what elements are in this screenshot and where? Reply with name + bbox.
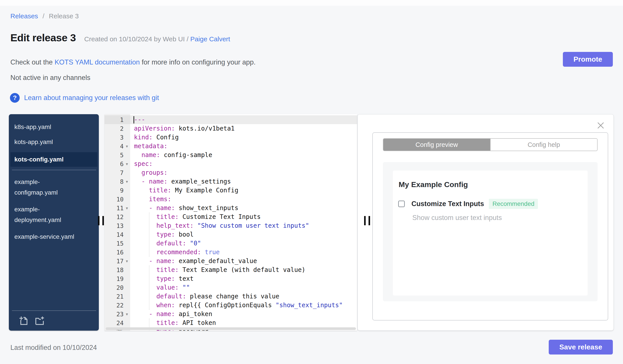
code-line-15[interactable]: 15 default: "0" <box>105 239 357 248</box>
code-line-9[interactable]: 9 title: My Example Config <box>105 186 357 195</box>
line-number: 7 <box>105 169 124 176</box>
close-icon[interactable] <box>597 121 605 129</box>
gutter-cell-17: 17▾ <box>105 257 130 265</box>
fold-toggle-icon[interactable]: ▾ <box>124 162 130 166</box>
code-text: default: please change this value <box>130 292 357 301</box>
gutter-cell-15: 15 <box>105 239 130 248</box>
line-number: 14 <box>105 231 124 238</box>
preview-resize-handle[interactable] <box>364 216 370 225</box>
code-line-14[interactable]: 14 type: bool <box>105 230 357 239</box>
code-text: title: My Example Config <box>130 186 357 195</box>
fold-toggle-icon[interactable]: ▾ <box>124 179 130 184</box>
kots-yaml-doc-link[interactable]: KOTS YAML documentation <box>55 58 140 66</box>
save-release-button[interactable]: Save release <box>549 340 613 355</box>
config-option-row: Customize Text Inputs Recommended <box>398 199 538 209</box>
gutter-cell-16: 16 <box>105 248 130 257</box>
gutter-cell-19: 19 <box>105 274 130 283</box>
code-line-22[interactable]: 22 when: repl{{ ConfigOptionEquals "show… <box>105 301 357 310</box>
code-text: --- <box>130 115 357 124</box>
code-line-3[interactable]: 3kind: Config <box>105 133 357 142</box>
code-line-20[interactable]: 20 value: "" <box>105 283 357 292</box>
byline-author-link[interactable]: Paige Calvert <box>190 35 230 43</box>
sidebar-resize-handle[interactable] <box>98 216 104 225</box>
gutter-cell-10: 10 <box>105 195 130 204</box>
line-number: 20 <box>105 284 124 291</box>
doc-info-line: Check out the KOTS YAML documentation fo… <box>10 58 256 66</box>
git-releases-link[interactable]: Learn about managing your releases with … <box>24 94 159 102</box>
code-text: items: <box>130 195 357 204</box>
code-line-2[interactable]: 2apiVersion: kots.io/v1beta1 <box>105 124 357 133</box>
code-text: help_text: "Show custom user text inputs… <box>130 221 357 230</box>
code-line-8[interactable]: 8▾ - name: example_settings <box>105 177 357 186</box>
code-line-12[interactable]: 12 title: Customize Text Inputs <box>105 212 357 221</box>
page: Releases / Release 3 Edit release 3 Crea… <box>0 0 623 364</box>
line-number: 9 <box>105 187 124 194</box>
gutter-cell-5: 5 <box>105 151 130 160</box>
code-lines: 1---2apiVersion: kots.io/v1beta13kind: C… <box>105 115 357 331</box>
main-editor-row: k8s-app.yamlkots-app.yamlkots-config.yam… <box>0 114 623 331</box>
preview-tabs: Config preview Config help <box>383 138 598 151</box>
fold-toggle-icon[interactable]: ▾ <box>124 259 130 264</box>
line-number: 2 <box>105 125 124 132</box>
sidebar-file-example-deployment-yaml[interactable]: example-deployment.yaml <box>9 204 99 225</box>
code-line-23[interactable]: 23▾ - name: api_token <box>105 310 357 319</box>
sidebar-file-kots-app-yaml[interactable]: kots-app.yaml <box>9 137 99 147</box>
file-label: kots-app.yaml <box>14 137 87 147</box>
code-line-7[interactable]: 7 groups: <box>105 168 357 177</box>
tab-config-help[interactable]: Config help <box>490 139 597 151</box>
code-line-18[interactable]: 18 title: Text Example (with default val… <box>105 265 357 274</box>
sidebar-footer <box>9 311 99 331</box>
new-file-icon[interactable] <box>18 316 28 326</box>
sidebar-file-example-configmap-yaml[interactable]: example-configmap.yaml <box>9 177 99 198</box>
promote-button[interactable]: Promote <box>563 52 613 67</box>
gutter-cell-2: 2 <box>105 124 130 133</box>
gutter-cell-23: 23▾ <box>105 310 130 319</box>
sidebar-file-kots-config-yaml[interactable]: kots-config.yaml <box>10 152 97 167</box>
line-number: 1 <box>105 116 124 123</box>
code-line-5[interactable]: 5 name: config-sample <box>105 151 357 160</box>
code-line-10[interactable]: 10 items: <box>105 195 357 204</box>
fold-toggle-icon[interactable]: ▾ <box>124 206 130 211</box>
line-number: 13 <box>105 222 124 229</box>
code-line-11[interactable]: 11▾ - name: show_text_inputs <box>105 204 357 212</box>
code-text: - name: example_default_value <box>130 257 357 265</box>
config-group-card: My Example Config Customize Text Inputs … <box>393 170 588 296</box>
code-editor[interactable]: 1---2apiVersion: kots.io/v1beta13kind: C… <box>105 114 357 331</box>
code-line-6[interactable]: 6▾spec: <box>105 160 357 168</box>
code-line-13[interactable]: 13 help_text: "Show custom user text inp… <box>105 221 357 230</box>
file-sidebar: k8s-app.yamlkots-app.yamlkots-config.yam… <box>9 114 99 331</box>
fold-toggle-icon[interactable]: ▾ <box>124 312 130 317</box>
checkbox-customize-text-inputs[interactable] <box>398 201 405 207</box>
code-line-1[interactable]: 1--- <box>105 115 357 124</box>
sidebar-file-k8s-app-yaml[interactable]: k8s-app.yaml <box>9 122 99 132</box>
code-line-17[interactable]: 17▾ - name: example_default_value <box>105 257 357 265</box>
tab-config-preview[interactable]: Config preview <box>383 139 490 151</box>
file-label: configmap.yaml <box>14 187 87 198</box>
code-line-4[interactable]: 4▾metadata: <box>105 142 357 151</box>
new-folder-icon[interactable] <box>34 316 44 326</box>
gutter-cell-3: 3 <box>105 133 130 142</box>
code-line-19[interactable]: 19 type: text <box>105 274 357 283</box>
doc-info-prefix: Check out the <box>10 58 55 66</box>
editor-horizontal-scrollbar[interactable] <box>106 327 356 330</box>
line-number: 3 <box>105 134 124 141</box>
code-text: type: bool <box>130 230 357 239</box>
sidebar-file-example-service-yaml[interactable]: example-service.yaml <box>9 231 99 242</box>
help-question-icon[interactable]: ? <box>10 93 20 103</box>
code-line-16[interactable]: 16 recommended: true <box>105 248 357 257</box>
breadcrumb-releases-link[interactable]: Releases <box>10 12 38 20</box>
file-label: kots-config.yaml <box>14 155 93 164</box>
line-number: 19 <box>105 275 124 282</box>
fold-toggle-icon[interactable]: ▾ <box>124 144 130 149</box>
code-text: value: "" <box>130 283 357 292</box>
line-number: 5 <box>105 152 124 159</box>
code-line-24[interactable]: 24 title: API token <box>105 319 357 327</box>
gutter-cell-8: 8▾ <box>105 177 130 186</box>
code-text: apiVersion: kots.io/v1beta1 <box>130 124 357 133</box>
code-text: title: Text Example (with default value) <box>130 265 357 274</box>
gutter-cell-4: 4▾ <box>105 142 130 151</box>
line-number: 23 <box>105 311 124 318</box>
code-line-21[interactable]: 21 default: please change this value <box>105 292 357 301</box>
gutter-cell-21: 21 <box>105 292 130 301</box>
last-modified-text: Last modified on 10/10/2024 <box>10 344 97 352</box>
